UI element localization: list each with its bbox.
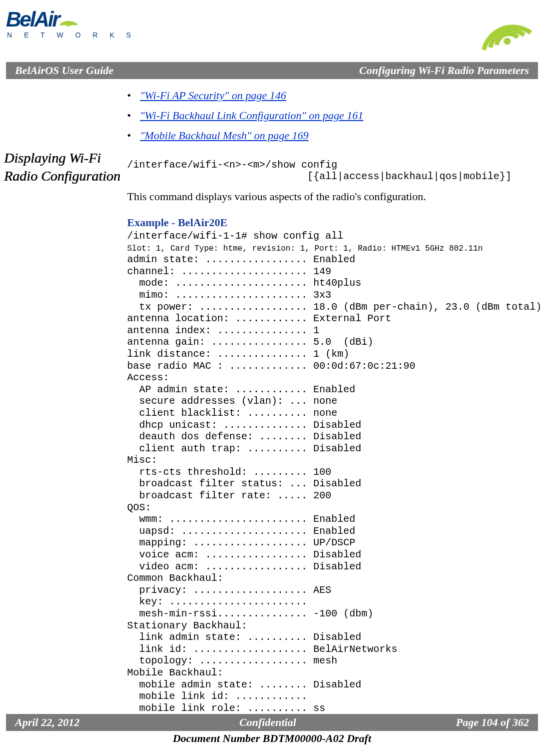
section-heading: Displaying Wi-Fi Radio Configuration [4, 149, 127, 186]
footer-confidential: Confidential [239, 716, 296, 729]
document-number: Document Number BDTM00000-A02 Draft [6, 732, 538, 745]
belair-logo: BelAir N E T W O R K S [6, 9, 136, 39]
guide-title: BelAirOS User Guide [15, 64, 114, 77]
console-line: /interface/wifi-1-1# show config all [127, 230, 343, 242]
svg-point-1 [503, 37, 512, 46]
command-syntax: /interface/wifi-<n>-<m>/show config [{al… [127, 159, 541, 182]
footer-bar: April 22, 2012 Confidential Page 104 of … [6, 714, 538, 731]
logo-brand: BelAir [6, 9, 59, 30]
list-item: "Wi-Fi AP Security" on page 146 [127, 89, 541, 102]
svg-point-0 [67, 24, 70, 27]
list-item: "Mobile Backhaul Mesh" on page 169 [127, 129, 541, 142]
list-item: "Wi-Fi Backhaul Link Configuration" on p… [127, 109, 541, 122]
crossref-link[interactable]: "Wi-Fi AP Security" on page 146 [140, 89, 286, 102]
wifi-icon [58, 10, 79, 30]
console-line-small: Slot: 1, Card Type: htme, revision: 1, P… [127, 244, 483, 253]
footer-page: Page 104 of 362 [456, 716, 529, 729]
header-bar: BelAirOS User Guide Configuring Wi-Fi Ra… [6, 62, 538, 79]
command-description: This command displays various aspects of… [127, 190, 541, 203]
crossref-link[interactable]: "Mobile Backhaul Mesh" on page 169 [140, 129, 309, 142]
cross-ref-list: "Wi-Fi AP Security" on page 146 "Wi-Fi B… [127, 89, 541, 142]
example-heading: Example - BelAir20E [127, 216, 541, 229]
crossref-link[interactable]: "Wi-Fi Backhaul Link Configuration" on p… [140, 109, 363, 122]
wifi-icon-large [473, 7, 533, 54]
footer-date: April 22, 2012 [15, 716, 80, 729]
console-block: admin state: ................. Enabled c… [127, 254, 541, 714]
logo-sub: N E T W O R K S [7, 31, 136, 39]
console-output: /interface/wifi-1-1# show config all Slo… [127, 230, 541, 714]
chapter-title: Configuring Wi-Fi Radio Parameters [359, 64, 529, 77]
